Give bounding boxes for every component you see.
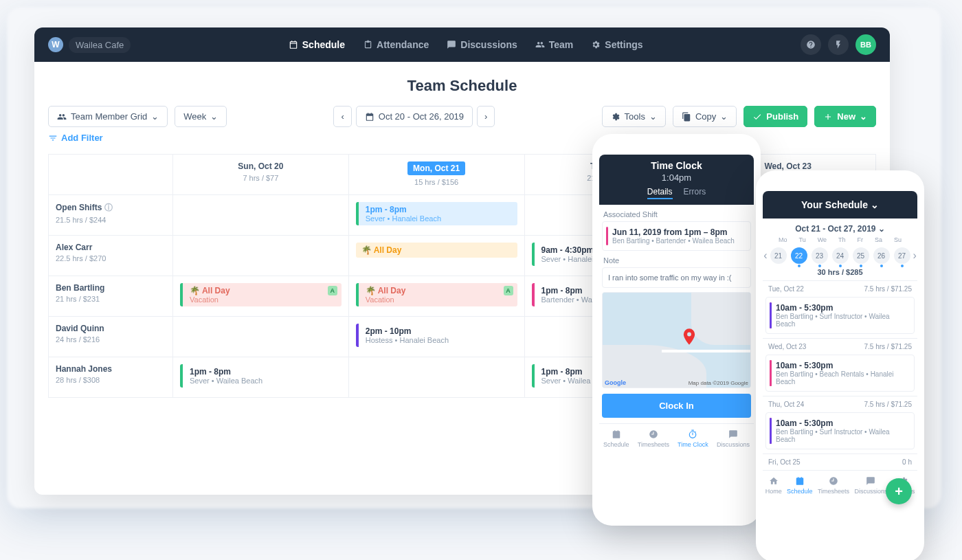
org-switcher[interactable]: W Wailea Cafe xyxy=(48,37,131,53)
help-icon xyxy=(806,40,816,49)
next-days-icon[interactable]: › xyxy=(913,249,917,262)
add-shift-fab[interactable]: + xyxy=(886,478,912,504)
day-header: Fri, Oct 250 h xyxy=(763,453,917,470)
chevron-down-icon: ⌄ xyxy=(151,111,159,122)
day-pill[interactable]: 25 xyxy=(853,247,869,264)
plus-icon xyxy=(823,112,833,122)
schedule-list: Tue, Oct 227.5 hrs / $71.2510am - 5:30pm… xyxy=(763,280,917,470)
filter-icon xyxy=(48,133,58,143)
chevron-down-icon: ⌄ xyxy=(210,111,218,122)
date-range-picker[interactable]: Oct 20 - Oct 26, 2019 xyxy=(356,106,473,127)
nav-schedule[interactable]: Schedule xyxy=(289,39,345,50)
note-label: Note xyxy=(603,256,750,265)
check-icon xyxy=(752,112,762,122)
publish-button[interactable]: Publish xyxy=(743,106,807,127)
page-title: Team Schedule xyxy=(34,77,890,95)
home-icon xyxy=(769,476,779,486)
prev-week-button[interactable]: ‹ xyxy=(333,106,351,127)
map-logo: Google xyxy=(605,379,626,386)
schedule-range[interactable]: Oct 21 - Oct 27, 2019 ⌄ xyxy=(763,219,917,234)
mobile-timeclock: Time Clock 1:04pm Details Errors Associa… xyxy=(592,134,761,526)
note-field[interactable]: I ran into some traffic on my way in :( xyxy=(602,267,751,288)
mobile-header: Your Schedule ⌄ xyxy=(763,191,917,219)
map-preview[interactable]: Google Map data ©2019 Google xyxy=(602,292,751,388)
day-pill[interactable]: 22 xyxy=(791,247,807,264)
mobile-title: Time Clock xyxy=(599,160,754,171)
mobile-tabs: Details Errors xyxy=(599,187,754,199)
row-header[interactable]: Open Shifts ⓘ21.5 hrs / $244 xyxy=(49,195,172,235)
toolbar: Team Member Grid ⌄ Week ⌄ ‹ Oct 20 - Oct… xyxy=(34,95,890,133)
view-dropdown[interactable]: Team Member Grid ⌄ xyxy=(48,106,168,127)
schedule-cell[interactable]: 🌴 All Day xyxy=(348,236,524,276)
day-strip: ‹ 21222324252627 › xyxy=(763,247,917,264)
empty-cell[interactable] xyxy=(172,195,348,235)
week-summary: 30 hrs / $285 xyxy=(763,268,917,276)
day-pill[interactable]: 23 xyxy=(812,247,828,264)
tab-errors[interactable]: Errors xyxy=(684,187,706,199)
schedule-cell[interactable]: 1pm - 8pmSever • Hanalei Beach xyxy=(348,195,524,235)
row-header[interactable]: David Quinn24 hrs / $216 xyxy=(49,317,172,357)
associated-shift-card[interactable]: Jun 11, 2019 from 1pm – 8pm Ben Bartling… xyxy=(602,221,751,251)
day-pill[interactable]: 26 xyxy=(873,247,890,264)
calendar-icon xyxy=(795,476,805,486)
profile-avatar[interactable]: BB xyxy=(855,34,876,55)
clock-icon xyxy=(829,476,838,486)
tabbar-timesheets[interactable]: Timesheets xyxy=(638,429,669,448)
main-nav: Schedule Attendance Discussions Team Set… xyxy=(289,39,643,50)
bolt-button[interactable] xyxy=(828,34,849,55)
day-pill[interactable]: 21 xyxy=(770,247,787,264)
next-week-button[interactable]: › xyxy=(477,106,495,127)
nav-settings[interactable]: Settings xyxy=(591,39,642,50)
schedule-cell[interactable]: 2pm - 10pmHostess • Hanalei Beach xyxy=(348,317,524,357)
day-pill[interactable]: 24 xyxy=(832,247,849,264)
tabbar-discussions[interactable]: Discussions xyxy=(717,429,750,448)
nav-attendance[interactable]: Attendance xyxy=(363,39,429,50)
tab-details[interactable]: Details xyxy=(647,187,673,199)
associated-shift-label: Associated Shift xyxy=(603,210,750,219)
tabbar-timeclock[interactable]: Time Clock xyxy=(678,429,708,448)
org-avatar: W xyxy=(48,37,63,52)
clock-in-button[interactable]: Clock In xyxy=(602,394,751,418)
empty-cell[interactable] xyxy=(172,236,348,276)
org-name: Wailea Cafe xyxy=(69,37,131,53)
schedule-cell[interactable]: A🌴 All DayVacation xyxy=(348,276,524,316)
new-dropdown[interactable]: New ⌄ xyxy=(814,106,876,127)
prev-days-icon[interactable]: ‹ xyxy=(763,249,767,262)
nav-team[interactable]: Team xyxy=(535,39,574,50)
schedule-cell[interactable]: A🌴 All DayVacation xyxy=(172,276,348,316)
column-header[interactable]: Mon, Oct 2115 hrs / $156 xyxy=(348,155,524,194)
chat-icon xyxy=(447,40,456,49)
bolt-icon xyxy=(834,40,843,49)
clipboard-icon xyxy=(363,40,372,49)
mobile-your-schedule: Your Schedule ⌄ Oct 21 - Oct 27, 2019 ⌄ … xyxy=(756,170,924,560)
copy-dropdown[interactable]: Copy ⌄ xyxy=(673,106,737,127)
empty-cell[interactable] xyxy=(172,317,348,357)
tools-dropdown[interactable]: Tools ⌄ xyxy=(602,106,666,127)
map-attribution: Map data ©2019 Google xyxy=(689,380,748,386)
chat-icon xyxy=(728,429,738,439)
tabbar-schedule[interactable]: Schedule xyxy=(787,476,813,495)
help-button[interactable] xyxy=(801,34,821,55)
row-header[interactable]: Ben Bartling21 hrs / $231 xyxy=(49,276,172,316)
row-header[interactable]: Hannah Jones28 hrs / $308 xyxy=(49,357,172,397)
shift-card[interactable]: 10am - 5:30pmBen Bartling • Surf Instruc… xyxy=(765,412,915,449)
shift-card[interactable]: 10am - 5:30pmBen Bartling • Beach Rental… xyxy=(765,355,915,392)
empty-cell[interactable] xyxy=(348,357,524,397)
tabbar-schedule[interactable]: Schedule xyxy=(603,429,629,448)
schedule-cell[interactable]: 1pm - 8pmSever • Wailea Beach xyxy=(172,357,348,397)
period-dropdown[interactable]: Week ⌄ xyxy=(175,106,227,127)
add-filter-link[interactable]: Add Filter xyxy=(48,133,103,143)
nav-discussions[interactable]: Discussions xyxy=(447,39,517,50)
row-header[interactable]: Alex Carr22.5 hrs / $270 xyxy=(49,236,172,276)
tabbar-home[interactable]: Home xyxy=(765,476,782,495)
shift-card[interactable]: 10am - 5:30pmBen Bartling • Surf Instruc… xyxy=(765,297,915,334)
tabbar-timesheets[interactable]: Timesheets xyxy=(818,476,849,495)
gear-icon xyxy=(611,112,620,122)
tabbar-discussions[interactable]: Discussions xyxy=(854,476,887,495)
stopwatch-icon xyxy=(688,429,697,439)
column-header[interactable]: Sun, Oct 207 hrs / $77 xyxy=(172,155,348,194)
copy-icon xyxy=(682,112,691,122)
calendar-icon xyxy=(612,429,621,439)
mobile-title[interactable]: Your Schedule ⌄ xyxy=(763,199,917,210)
day-pill[interactable]: 27 xyxy=(894,247,910,264)
